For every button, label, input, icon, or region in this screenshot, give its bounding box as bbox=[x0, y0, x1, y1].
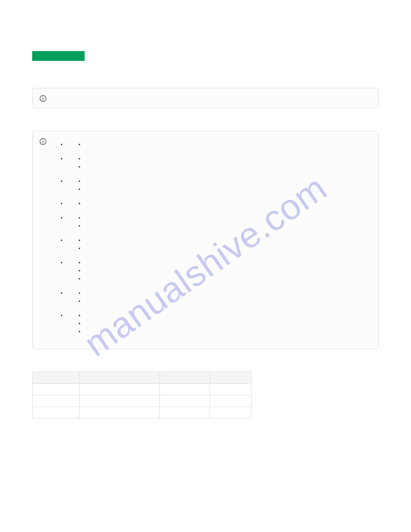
table-cell bbox=[160, 384, 210, 395]
table-cell bbox=[210, 407, 252, 419]
info-callout-1 bbox=[32, 88, 379, 108]
info-icon bbox=[39, 94, 47, 103]
list-item bbox=[67, 260, 85, 280]
info-icon bbox=[39, 137, 47, 146]
nested-list bbox=[67, 139, 85, 343]
table-cell bbox=[33, 395, 80, 407]
svg-point-5 bbox=[43, 140, 43, 141]
table-cell bbox=[210, 384, 252, 395]
table-header bbox=[210, 372, 252, 384]
table-header-row bbox=[33, 372, 252, 384]
list-item bbox=[67, 313, 85, 333]
list-item bbox=[67, 215, 85, 227]
table-cell bbox=[33, 407, 80, 419]
table-row bbox=[33, 384, 252, 395]
table-cell bbox=[79, 384, 160, 395]
table-cell bbox=[79, 407, 160, 419]
data-table bbox=[32, 372, 379, 419]
document-page: manualshive.com bbox=[0, 0, 411, 532]
list-item bbox=[67, 201, 85, 205]
list-item bbox=[67, 142, 85, 146]
list-item bbox=[67, 238, 85, 249]
table-row bbox=[33, 407, 252, 419]
table-cell bbox=[160, 395, 210, 407]
list-item bbox=[67, 291, 85, 302]
table-header bbox=[79, 372, 160, 384]
section-header-bar bbox=[32, 51, 85, 61]
list-item bbox=[67, 156, 85, 168]
table-cell bbox=[210, 395, 252, 407]
table-row bbox=[33, 395, 252, 407]
list-item bbox=[67, 179, 85, 190]
table-header bbox=[33, 372, 80, 384]
table-header bbox=[160, 372, 210, 384]
table-cell bbox=[79, 395, 160, 407]
svg-point-2 bbox=[43, 97, 43, 98]
info-callout-2 bbox=[32, 131, 379, 349]
table-cell bbox=[160, 407, 210, 419]
table-cell bbox=[33, 384, 80, 395]
